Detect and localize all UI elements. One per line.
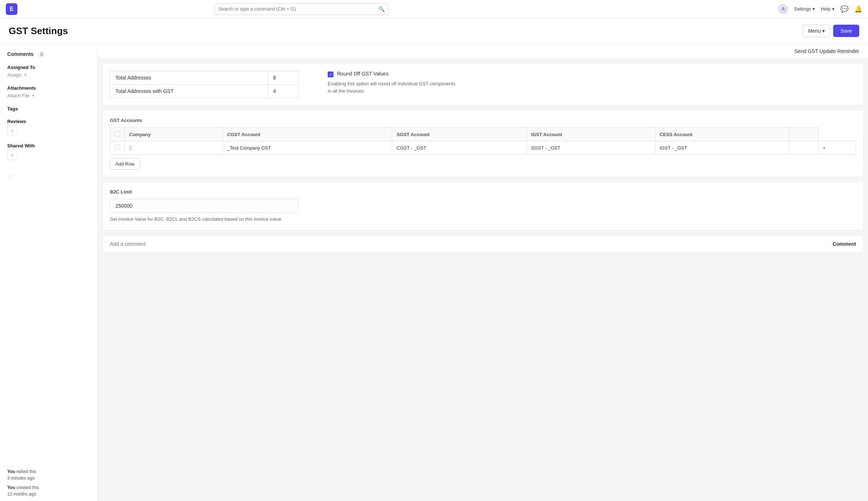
avatar: A <box>778 4 788 14</box>
select-all-checkbox[interactable] <box>115 131 120 137</box>
col-igst: IGST Account <box>527 128 655 141</box>
activity-section: You edited this 3 minutes ago You create… <box>7 468 90 497</box>
shared-with-section: Shared With ＋ <box>7 143 90 160</box>
comments-label: Comments 0 <box>7 51 90 57</box>
table-row: 2 _Test Company GST CGST - _GST SGST - _… <box>110 141 856 155</box>
tags-section: Tags <box>7 106 90 111</box>
comment-button[interactable]: Comment <box>832 241 856 247</box>
edited-activity: You edited this 3 minutes ago <box>7 468 90 481</box>
table-row: Total Addresses 8 <box>110 71 299 85</box>
gst-accounts-table: Company CGST Account SGST Account IGST A… <box>110 127 856 155</box>
b2c-limit-title: B2C Limit <box>110 189 856 195</box>
send-reminder-button[interactable]: Send GST Update Reminder <box>794 48 859 54</box>
search-bar[interactable]: 🔍 <box>214 3 389 15</box>
cgst-cell: CGST - _GST <box>392 141 527 155</box>
round-off-checkbox[interactable] <box>328 72 333 77</box>
tags-label: Tags <box>7 106 90 111</box>
assign-button[interactable]: Assign ＋ <box>7 72 90 78</box>
layout: Comments 0 Assigned To Assign ＋ Attachme… <box>0 44 868 501</box>
main-content: Send GST Update Reminder Total Addresses… <box>98 44 868 501</box>
app-icon[interactable]: E <box>6 3 17 15</box>
add-row-button[interactable]: Add Row <box>110 158 140 170</box>
attach-file-button[interactable]: Attach File ＋ <box>7 92 90 99</box>
total-addresses-gst-label: Total Addresses with GST <box>110 85 268 98</box>
page-header: GST Settings Menu ▾ Save <box>0 18 868 44</box>
comment-section: Comment <box>102 235 864 253</box>
comments-count: 0 <box>38 52 45 57</box>
reviews-section: Reviews ＋ <box>7 119 90 136</box>
col-actions <box>790 128 819 141</box>
settings-button[interactable]: Settings ▾ <box>794 6 815 12</box>
save-button[interactable]: Save <box>833 25 859 37</box>
top-data-row: Total Addresses 8 Total Addresses with G… <box>110 71 856 98</box>
gst-accounts-section: GST Accounts Company CGST Account SGST A… <box>102 110 864 177</box>
help-button[interactable]: Help ▾ <box>821 6 835 12</box>
created-activity: You created this 13 months ago <box>7 484 90 497</box>
header-actions: Menu ▾ Save <box>803 25 859 37</box>
add-shared-button[interactable]: ＋ <box>7 150 17 160</box>
reminder-bar: Send GST Update Reminder <box>98 44 868 59</box>
col-company: Company <box>125 128 223 141</box>
attachments-section: Attachments Attach File ＋ <box>7 85 90 99</box>
shared-with-label: Shared With <box>7 143 90 148</box>
total-addresses-value: 8 <box>268 71 298 85</box>
plus-icon: ＋ <box>23 72 28 78</box>
heart-icon[interactable]: ♡ <box>7 174 14 182</box>
chevron-down-icon: ▾ <box>823 145 826 151</box>
b2c-limit-input[interactable] <box>110 199 299 213</box>
row-checkbox[interactable] <box>115 144 120 150</box>
bell-icon[interactable]: 🔔 <box>854 5 862 13</box>
plus-icon: ＋ <box>31 92 36 99</box>
col-cess: CESS Account <box>655 128 789 141</box>
assigned-to-label: Assigned To <box>7 65 90 70</box>
comments-section: Comments 0 <box>7 51 90 57</box>
search-input[interactable] <box>218 6 378 12</box>
add-review-button[interactable]: ＋ <box>7 126 17 136</box>
chat-icon[interactable]: 💬 <box>840 5 848 13</box>
b2c-description: Set Invoice Value for B2C. B2CL and B2CS… <box>110 216 299 223</box>
igst-cell: IGST - _GST <box>655 141 789 155</box>
page-title: GST Settings <box>9 25 68 37</box>
address-table: Total Addresses 8 Total Addresses with G… <box>110 71 299 98</box>
chevron-down-icon: ▾ <box>832 6 835 12</box>
comment-input[interactable] <box>110 241 832 247</box>
sidebar: Comments 0 Assigned To Assign ＋ Attachme… <box>0 44 98 501</box>
chevron-down-icon: ▾ <box>822 28 825 34</box>
total-addresses-label: Total Addresses <box>110 71 268 85</box>
top-data-section: Total Addresses 8 Total Addresses with G… <box>102 63 864 106</box>
assigned-to-section: Assigned To Assign ＋ <box>7 65 90 78</box>
search-icon: 🔍 <box>378 6 385 12</box>
round-off-section: Round Off GST Values Enabling this optio… <box>328 71 458 94</box>
reviews-label: Reviews <box>7 119 90 124</box>
row-number: 2 <box>125 141 223 155</box>
menu-button[interactable]: Menu ▾ <box>803 25 830 37</box>
table-row: Total Addresses with GST 4 <box>110 85 299 98</box>
cess-cell <box>790 141 819 155</box>
chevron-down-icon: ▾ <box>812 6 815 12</box>
round-off-description: Enabling this option will round off indi… <box>328 80 458 94</box>
col-sgst: SGST Account <box>392 128 527 141</box>
attachments-label: Attachments <box>7 85 90 91</box>
header-checkbox-cell <box>110 128 125 141</box>
top-nav: E 🔍 A Settings ▾ Help ▾ 💬 🔔 <box>0 0 868 18</box>
round-off-row: Round Off GST Values <box>328 71 458 77</box>
row-dropdown[interactable]: ▾ <box>819 141 856 155</box>
gst-accounts-title: GST Accounts <box>110 118 856 123</box>
nav-right: A Settings ▾ Help ▾ 💬 🔔 <box>778 4 862 14</box>
row-checkbox-cell <box>110 141 125 155</box>
b2c-limit-section: B2C Limit Set Invoice Value for B2C. B2C… <box>102 182 864 231</box>
company-cell: _Test Company GST <box>223 141 392 155</box>
sgst-cell: SGST - _GST <box>527 141 655 155</box>
total-addresses-gst-value: 4 <box>268 85 298 98</box>
col-cgst: CGST Account <box>223 128 392 141</box>
round-off-label: Round Off GST Values <box>337 71 389 77</box>
